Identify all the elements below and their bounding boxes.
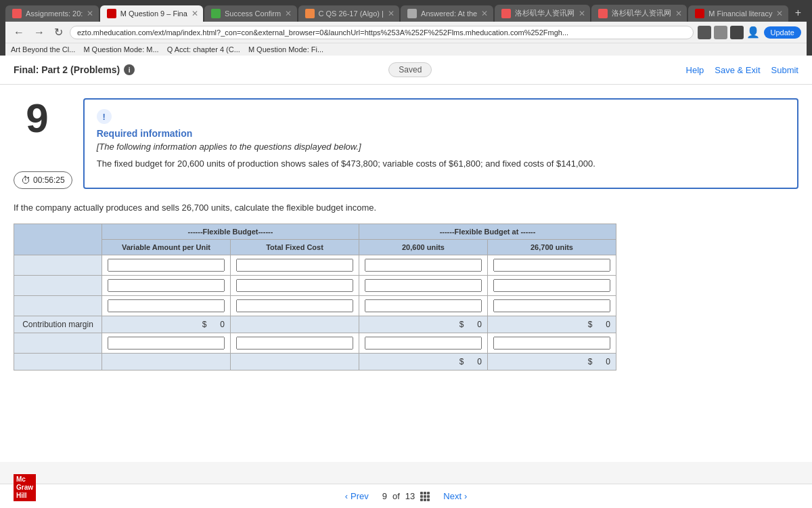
tab-close-question9[interactable]: ✕ <box>191 9 198 18</box>
tab-close-chinese2[interactable]: ✕ <box>675 9 682 18</box>
input-20600-1[interactable] <box>359 255 488 276</box>
tab-success[interactable]: Success Confirm ✕ <box>204 5 297 22</box>
back-button[interactable]: ← <box>11 25 27 40</box>
tab-icon-chinese1 <box>501 9 511 18</box>
timer-value: 00:56:25 <box>33 175 65 185</box>
input-20600-2[interactable] <box>365 279 482 292</box>
input-var-amount-3[interactable] <box>108 299 225 312</box>
address-bar: ← → ↻ ezto.mheducation.com/ext/map/index… <box>5 22 807 43</box>
col-variable-amount: Variable Amount per Unit <box>102 240 231 255</box>
tab-label-chinese1: 洛杉矶华人资讯网 <box>515 8 574 18</box>
input-20600-5[interactable] <box>359 333 488 354</box>
input-26700-3[interactable] <box>493 299 610 312</box>
input-var-amount-2[interactable] <box>108 279 225 292</box>
input-var-1[interactable] <box>102 255 231 276</box>
input-26700-2[interactable] <box>488 276 616 296</box>
contribution-fixed <box>231 316 359 333</box>
tab-chinese1[interactable]: 洛杉矶华人资讯网 ✕ <box>495 5 590 22</box>
flexible-budget-table: ------Flexible Budget------ ------Flexib… <box>14 224 616 371</box>
tab-icon-qs <box>305 9 315 18</box>
tab-close-chinese1[interactable]: ✕ <box>579 9 585 18</box>
input-20600-5[interactable] <box>365 337 482 350</box>
bookmark-4[interactable]: M Question Mode: Fi... <box>248 45 323 54</box>
help-link[interactable]: Help <box>686 65 704 75</box>
tab-chinese2[interactable]: 洛杉矶华人资讯网 ✕ <box>591 5 687 22</box>
tab-financial[interactable]: M Financial literacy ✕ <box>688 5 788 22</box>
save-exit-link[interactable]: Save & Exit <box>715 65 760 75</box>
saved-badge: Saved <box>388 62 432 77</box>
input-20600-1[interactable] <box>365 259 482 272</box>
input-20600-2[interactable] <box>359 276 488 296</box>
info-icon[interactable]: i <box>124 64 135 75</box>
submit-link[interactable]: Submit <box>771 65 798 75</box>
forward-button[interactable]: → <box>31 25 47 40</box>
tab-label-chinese2: 洛杉矶华人资讯网 <box>612 8 671 18</box>
input-20600-3[interactable] <box>365 299 482 312</box>
info-body: The fixed budget for 20,600 units of pro… <box>97 157 785 171</box>
tab-close-assignments[interactable]: ✕ <box>87 9 93 18</box>
tab-assignments[interactable]: Assignments: 20: ✕ <box>5 5 99 22</box>
input-var-amount-1[interactable] <box>108 259 225 272</box>
refresh-button[interactable]: ↻ <box>51 24 66 40</box>
tab-icon-question9 <box>107 9 116 18</box>
url-bar[interactable]: ezto.mheducation.com/ext/map/index.html?… <box>70 26 694 39</box>
bookmark-1[interactable]: Art Beyond the Cl... <box>11 45 75 54</box>
question-number: 9 <box>26 98 60 139</box>
col-header-flexible-budget: ------Flexible Budget------ <box>102 224 359 240</box>
row-label-5 <box>14 333 102 354</box>
input-fixed-cost-1[interactable] <box>236 259 353 272</box>
tab-label-qs: C QS 26-17 (Algo) | <box>319 9 384 18</box>
total-var-amount <box>102 354 231 371</box>
input-fixed-3[interactable] <box>231 296 359 316</box>
bookmark-3[interactable]: Q Acct: chapter 4 (C... <box>167 45 240 54</box>
tab-answered[interactable]: Answered: At the ✕ <box>401 5 493 22</box>
input-var-3[interactable] <box>102 296 231 316</box>
input-var-5[interactable] <box>102 333 231 354</box>
contribution-var-amount: $ 0 <box>102 316 231 333</box>
bookmarks-bar: Art Beyond the Cl... M Question Mode: M.… <box>5 43 807 56</box>
table-row <box>14 276 616 296</box>
bookmark-2[interactable]: M Question Mode: M... <box>83 45 158 54</box>
input-26700-1[interactable] <box>493 259 610 272</box>
input-26700-5[interactable] <box>488 333 616 354</box>
page-title: Final: Part 2 (Problems) <box>14 64 120 75</box>
tab-label-answered: Answered: At the <box>421 9 477 18</box>
table-row <box>14 333 616 354</box>
input-20600-3[interactable] <box>359 296 488 316</box>
tab-close-financial[interactable]: ✕ <box>776 9 783 18</box>
tab-close-answered[interactable]: ✕ <box>481 9 488 18</box>
timer: ⏱ 00:56:25 <box>14 171 72 189</box>
profile-icon[interactable]: 👤 <box>746 26 760 39</box>
input-fixed-2[interactable] <box>231 276 359 296</box>
input-fixed-5[interactable] <box>231 333 359 354</box>
ext-icon-1[interactable] <box>698 26 711 39</box>
row-label-1 <box>14 255 102 276</box>
tab-close-success[interactable]: ✕ <box>285 9 292 18</box>
input-fixed-cost-5[interactable] <box>236 337 353 350</box>
ext-icon-3[interactable] <box>730 26 744 39</box>
input-26700-2[interactable] <box>493 279 610 292</box>
browser-chrome: Assignments: 20: ✕ M Question 9 – Fina ✕… <box>0 0 812 56</box>
input-26700-3[interactable] <box>488 296 616 316</box>
input-26700-5[interactable] <box>493 337 610 350</box>
input-fixed-1[interactable] <box>231 255 359 276</box>
extension-icons: 👤 <box>698 26 760 39</box>
update-button[interactable]: Update <box>764 26 801 39</box>
tab-bar: Assignments: 20: ✕ M Question 9 – Fina ✕… <box>5 4 807 22</box>
total-20600: $ 0 <box>359 354 488 371</box>
col-20600-units: 20,600 units <box>359 240 488 255</box>
input-var-2[interactable] <box>102 276 231 296</box>
ext-icon-2[interactable] <box>714 26 727 39</box>
input-var-amount-5[interactable] <box>108 337 225 350</box>
input-26700-1[interactable] <box>488 255 616 276</box>
row-label-3 <box>14 296 102 316</box>
tab-question9[interactable]: M Question 9 – Fina ✕ <box>100 5 203 22</box>
input-fixed-cost-3[interactable] <box>236 299 353 312</box>
col-total-fixed-cost: Total Fixed Cost <box>231 240 359 255</box>
tab-icon-success <box>211 9 221 18</box>
row-label-total <box>14 354 102 371</box>
input-fixed-cost-2[interactable] <box>236 279 353 292</box>
tab-close-qs[interactable]: ✕ <box>388 9 394 18</box>
tab-qs[interactable]: C QS 26-17 (Algo) | ✕ <box>298 5 400 22</box>
add-tab-button[interactable]: + <box>790 4 807 22</box>
